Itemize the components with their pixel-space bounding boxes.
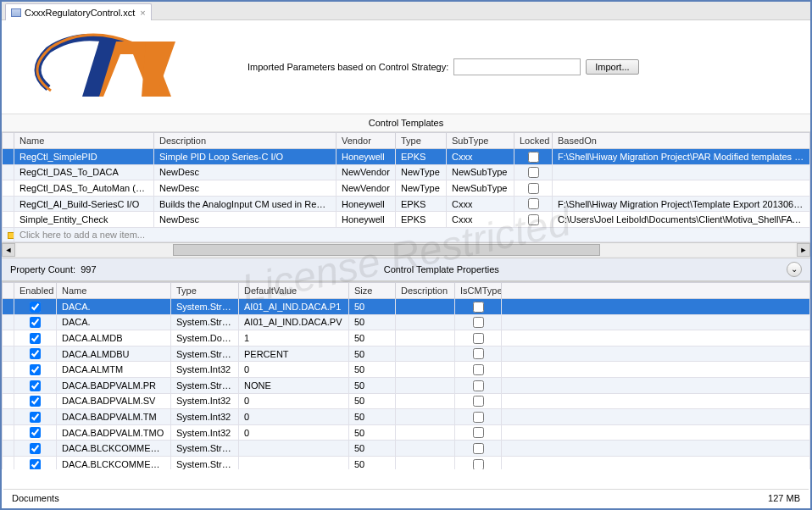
col-description[interactable]: Description xyxy=(396,282,455,298)
iscmtype-checkbox[interactable] xyxy=(473,333,484,344)
table-row[interactable]: DACA.BLCKCOMMENT2System.String50 xyxy=(3,456,810,469)
table-row[interactable]: RegCtl_AI_Build-SeriesC I/OBuilds the An… xyxy=(3,196,810,212)
table-row[interactable]: RegCtl_DAS_To_AutoMan (HIC)NewDescNewVen… xyxy=(3,180,810,197)
horizontal-scrollbar[interactable]: ◄ ► xyxy=(2,242,810,258)
scroll-left-icon[interactable]: ◄ xyxy=(2,243,15,257)
import-button[interactable]: Import... xyxy=(586,59,638,75)
locked-checkbox[interactable] xyxy=(528,198,539,209)
enabled-checkbox[interactable] xyxy=(30,396,41,407)
import-label: Imported Parameters based on Control Str… xyxy=(247,62,448,72)
col-name[interactable]: Name xyxy=(57,282,171,298)
table-row[interactable]: DACA.BLCKCOMMENT1System.String50 xyxy=(3,441,810,457)
col-defaultvalue[interactable]: DefaultValue xyxy=(239,282,349,298)
col-basedon[interactable]: BasedOn xyxy=(553,133,810,149)
col-iscmtype[interactable]: IsCMType xyxy=(455,282,502,298)
enabled-checkbox[interactable] xyxy=(30,364,41,375)
expand-collapse-button[interactable]: ⌄ xyxy=(787,262,802,277)
document-icon xyxy=(11,8,21,17)
col-type[interactable]: Type xyxy=(171,282,239,298)
close-icon[interactable]: × xyxy=(140,8,145,18)
col-subtype[interactable]: SubType xyxy=(447,133,514,149)
table-row[interactable]: DACA.ALMDBUSystem.StringPERCENT50 xyxy=(3,346,810,362)
enabled-checkbox[interactable] xyxy=(30,427,41,438)
properties-title: Control Template Properties xyxy=(384,264,499,274)
table-row[interactable]: DACA.BADPVALM.SVSystem.Int32050 xyxy=(3,393,810,409)
col-size[interactable]: Size xyxy=(349,282,396,298)
enabled-checkbox[interactable] xyxy=(30,443,41,454)
tab-bar: CxxxRegulatoryControl.xct × xyxy=(2,2,810,20)
table-row[interactable]: DACA.BADPVALM.TMSystem.Int32050 xyxy=(3,409,810,425)
col-type[interactable]: Type xyxy=(396,133,447,149)
iscmtype-checkbox[interactable] xyxy=(473,317,484,328)
iscmtype-checkbox[interactable] xyxy=(473,380,484,391)
scroll-right-icon[interactable]: ► xyxy=(797,243,810,257)
enabled-checkbox[interactable] xyxy=(30,333,41,344)
enabled-checkbox[interactable] xyxy=(30,412,41,423)
property-count: Property Count: 997 xyxy=(10,264,97,274)
table-row[interactable]: DACA.ALMTMSystem.Int32050 xyxy=(3,362,810,378)
iscmtype-checkbox[interactable] xyxy=(473,364,484,375)
table-row[interactable]: DACA.ALMDBSystem.Double150 xyxy=(3,330,810,346)
import-input[interactable] xyxy=(453,58,581,75)
locked-checkbox[interactable] xyxy=(528,214,539,225)
iscmtype-checkbox[interactable] xyxy=(473,459,484,469)
properties-header-bar: Property Count: 997 Control Template Pro… xyxy=(2,258,810,281)
tab-title: CxxxRegulatoryControl.xct xyxy=(25,8,135,18)
logo xyxy=(19,29,214,105)
table-row[interactable]: DACA.System.StringAI01_AI_IND.DACA.P150 xyxy=(3,298,810,314)
table-row[interactable]: RegCtl_SimplePIDSimple PID Loop Series-C… xyxy=(3,149,810,165)
add-icon xyxy=(8,232,14,239)
table-row[interactable]: RegCtl_DAS_To_DACANewDescNewVendorNewTyp… xyxy=(3,164,810,180)
enabled-checkbox[interactable] xyxy=(30,380,41,391)
table-row[interactable]: Simple_Entity_CheckNewDescHoneywellEPKSC… xyxy=(3,212,810,228)
iscmtype-checkbox[interactable] xyxy=(473,396,484,407)
enabled-checkbox[interactable] xyxy=(30,302,41,313)
add-new-row[interactable]: Click here to add a new item... xyxy=(3,227,810,241)
footer-left[interactable]: Documents xyxy=(12,493,59,503)
enabled-checkbox[interactable] xyxy=(30,317,41,328)
col-name[interactable]: Name xyxy=(14,133,154,149)
templates-grid[interactable]: NameDescriptionVendorTypeSubTypeLockedBa… xyxy=(2,132,810,242)
table-row[interactable]: DACA.System.StringAI01_AI_IND.DACA.PV50 xyxy=(3,314,810,330)
import-row: Imported Parameters based on Control Str… xyxy=(247,58,639,75)
locked-checkbox[interactable] xyxy=(528,183,539,194)
table-row[interactable]: DACA.BADPVALM.TMOSystem.Int32050 xyxy=(3,424,810,441)
iscmtype-checkbox[interactable] xyxy=(473,412,484,423)
col-locked[interactable]: Locked xyxy=(514,133,553,149)
col-vendor[interactable]: Vendor xyxy=(336,133,396,149)
table-row[interactable]: DACA.BADPVALM.PRSystem.StringNONE50 xyxy=(3,377,810,393)
scroll-thumb[interactable] xyxy=(173,244,601,256)
iscmtype-checkbox[interactable] xyxy=(473,443,484,454)
properties-grid[interactable]: EnabledNameTypeDefaultValueSizeDescripti… xyxy=(2,282,810,469)
col-enabled[interactable]: Enabled xyxy=(14,282,57,298)
document-tab[interactable]: CxxxRegulatoryControl.xct × xyxy=(5,3,152,20)
scroll-track[interactable] xyxy=(17,244,795,256)
enabled-checkbox[interactable] xyxy=(30,459,41,469)
header-area: Imported Parameters based on Control Str… xyxy=(2,20,810,114)
locked-checkbox[interactable] xyxy=(528,152,539,163)
footer: Documents 127 MB xyxy=(3,489,809,507)
iscmtype-checkbox[interactable] xyxy=(473,302,484,313)
iscmtype-checkbox[interactable] xyxy=(473,348,484,359)
iscmtype-checkbox[interactable] xyxy=(473,427,484,438)
enabled-checkbox[interactable] xyxy=(30,348,41,359)
locked-checkbox[interactable] xyxy=(528,167,539,178)
footer-right: 127 MB xyxy=(768,493,800,503)
col-description[interactable]: Description xyxy=(154,133,336,149)
templates-title: Control Templates xyxy=(2,114,810,132)
